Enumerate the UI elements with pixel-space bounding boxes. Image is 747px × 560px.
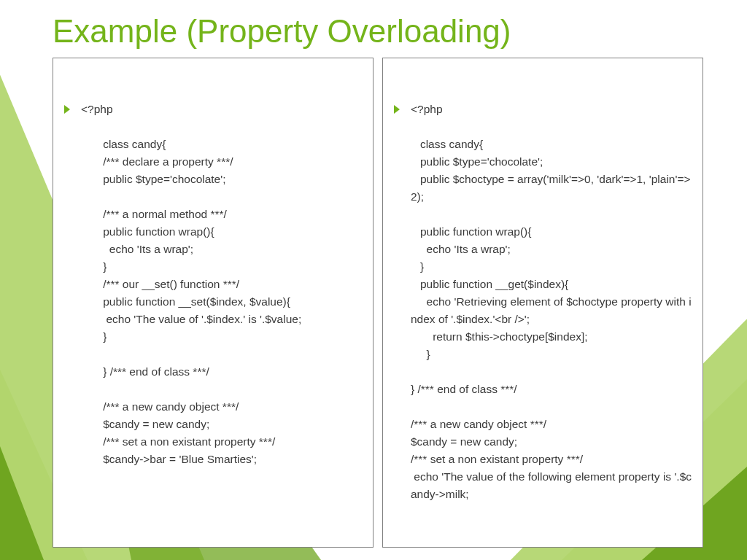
bullet-icon bbox=[62, 105, 72, 115]
slide-title: Example (Property Overloading) bbox=[53, 13, 703, 50]
slide: Example (Property Overloading) <?php cla… bbox=[0, 0, 747, 548]
code-text-right: <?php class candy{ public $type='chocola… bbox=[411, 101, 694, 503]
code-text-left: <?php class candy{ /*** declare a proper… bbox=[81, 101, 364, 468]
code-columns: <?php class candy{ /*** declare a proper… bbox=[53, 58, 703, 548]
bullet-icon bbox=[392, 105, 402, 115]
code-box-right: <?php class candy{ public $type='chocola… bbox=[382, 58, 703, 548]
code-box-left: <?php class candy{ /*** declare a proper… bbox=[53, 58, 374, 548]
